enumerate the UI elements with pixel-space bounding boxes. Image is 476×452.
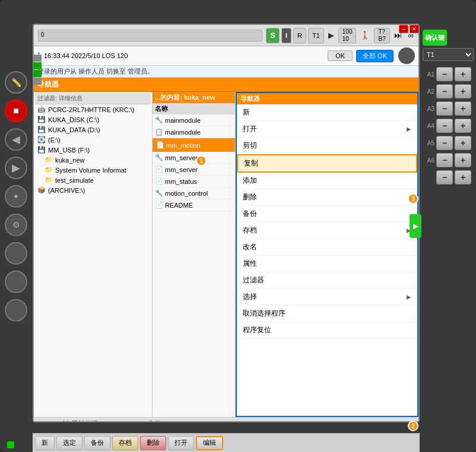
ok-button[interactable]: OK [328,50,353,61]
r-button[interactable]: R [293,28,306,43]
module-icon-motion: 🔧 [155,189,163,197]
message-area: 登录的用户从 操作人员 切换至 管理员。 [34,66,418,78]
tree-item-e[interactable]: 💽 (E:\) [35,135,151,145]
extra-plus-button[interactable]: + [455,170,471,184]
tree-item-archive[interactable]: 📦 (ARCHIVE:\) [35,185,151,195]
a4-plus-button[interactable]: + [455,119,471,133]
menu-item-props[interactable]: 属性 [237,256,417,272]
nav-arrow-left[interactable]: ◀ [37,419,49,422]
edit-button[interactable]: 编辑 [196,436,223,450]
close-button[interactable]: ✕ [410,25,419,33]
disk-e-icon: 💽 [37,136,46,144]
menu-item-archive[interactable]: 存档 ▶ [237,222,417,239]
speed-display: 10010 [338,28,357,43]
menu-item-select[interactable]: 选择 ▶ [237,289,417,305]
context-menu-header: 导航器 [237,93,417,104]
store-button[interactable]: 存档 [112,436,138,450]
menu-item-deselect[interactable]: 取消选择程序 [237,305,417,322]
file-label-mainmodule2: mainmodule [165,129,201,136]
tree-item-robot[interactable]: 🤖 PCRC-2RL7HHTTRE (KRC:\) [35,104,151,114]
file-label-mm-status: mm_status [165,178,197,185]
module-star-icon1: 🔧 [155,116,163,124]
play-right-indicator[interactable]: ▶ [410,214,421,238]
menu-item-backup[interactable]: 备份 [237,206,417,222]
nav-arrow-right[interactable]: ▶ [103,419,114,422]
menu-item-reset[interactable]: 程序复位 [237,322,417,339]
menu-item-delete[interactable]: 删除 [237,189,417,206]
tree-item-d[interactable]: 💾 KUKA_DATA (D:\) [35,125,151,135]
menu-item-filter[interactable]: 过滤器 [237,272,417,289]
a5-plus-button[interactable]: + [455,136,471,150]
menu-item-new[interactable]: 新 [237,104,417,121]
menu-item-open[interactable]: 打开 ▶ [237,121,417,138]
settings-icon[interactable] [398,47,415,64]
a6-plus-button[interactable]: + [455,153,471,167]
a2-plus-button[interactable]: + [455,84,471,98]
file-icon-mm-motion: 📄 [156,141,164,149]
play-left-button[interactable]: ◀ [5,128,27,151]
file-item-mainmodule1[interactable]: 🔧 mainmodule [153,114,235,126]
file-item-mm-motion[interactable]: 📄 mm_motion [153,138,235,152]
nav-arrow-left2[interactable]: ◀ [119,419,130,422]
menu-item-rename[interactable]: 改名 [237,239,417,256]
walk-icon: 🚶 [358,30,372,41]
badge-1: 1 [196,155,207,166]
play-right-button[interactable]: ▶ [5,157,27,179]
t1-select[interactable]: T1 [423,48,474,61]
a1-minus-button[interactable]: − [436,67,453,81]
status-bar: ℹ 16:33:44 2022/5/10 LOS 120 OK 全部 OK [34,46,418,66]
confirm-button[interactable]: 确认键 [423,30,447,46]
set-button[interactable]: 选定 [56,436,82,450]
play-icon[interactable]: ▶ [326,30,337,41]
menu-item-add[interactable]: 添加 [237,173,417,189]
star-button[interactable]: ✦ [5,185,27,208]
readme-icon: 📄 [155,201,163,209]
tree-item-testsim[interactable]: 📁 test_simulate [35,175,151,185]
a2-minus-button[interactable]: − [436,84,453,98]
toolbar: 0 S I R T1 ▶ 10010 🚶 T?B? ⏭ ∞ [34,25,418,46]
file-item-mm-status[interactable]: 📄 mm_status [153,176,235,187]
indicator-3 [33,78,42,85]
new-button[interactable]: 新 [35,436,55,450]
tree-item-f[interactable]: 💾 MM_USB (F:\) [35,145,151,155]
tree-item-sysvolume[interactable]: 📁 System Volume Informat [35,165,151,175]
gear-button[interactable]: ⚙ [5,214,27,236]
file-item-motion-control[interactable]: 🔧 motion_control [153,187,235,199]
pencil-button[interactable]: ✏️ [5,71,27,94]
menu-item-cut[interactable]: 剪切 [237,138,417,154]
delete-button[interactable]: 删除 [140,436,166,450]
all-ok-button[interactable]: 全部 OK [356,50,394,62]
stop-button[interactable]: ■ [5,100,27,122]
filter-bar: 过滤器: 详细信息 [35,93,151,104]
extra-minus-button[interactable]: − [436,170,453,184]
context-menu-title: 导航器 [240,95,260,102]
progress-value: 0 [39,30,262,39]
backup-button[interactable]: 备份 [84,436,110,450]
i-button[interactable]: I [281,28,291,43]
tree-item-c[interactable]: 💾 KUKA_DISK (C:\) [35,114,151,125]
a5-minus-button[interactable]: − [436,136,453,150]
axis-row-a2: A2 − + [423,84,474,98]
a6-minus-button[interactable]: − [436,153,453,167]
a1-plus-button[interactable]: + [455,67,471,81]
t1-button[interactable]: T1 [308,28,324,43]
a3-minus-button[interactable]: − [436,101,453,116]
circle-button1[interactable] [5,242,27,265]
open-button[interactable]: 打开 [168,436,194,450]
circle-button3[interactable] [5,299,27,322]
file-item-readme[interactable]: 📄 README [153,199,235,211]
file-item-mm-server2[interactable]: 📄 mm_server [153,164,235,176]
menu-label-cut: 剪切 [243,141,257,151]
file-label-readme: README [165,202,193,209]
navigator-header: 导航器 [34,78,418,92]
tree-item-kuka-new[interactable]: 📁 kuka_new [35,155,151,165]
menu-item-copy[interactable]: 复制 [237,154,417,173]
a4-minus-button[interactable]: − [436,119,453,133]
file-item-mm-server1[interactable]: 🔧 mm_server [153,152,235,164]
s-button[interactable]: S [266,28,280,43]
minimize-button[interactable]: ─ [399,25,408,33]
tree-label-sysvolume: System Volume Informat [55,167,126,174]
a3-plus-button[interactable]: + [455,101,471,116]
file-item-mainmodule2[interactable]: 📋 mainmodule [153,126,235,138]
circle-button2[interactable] [5,270,27,293]
